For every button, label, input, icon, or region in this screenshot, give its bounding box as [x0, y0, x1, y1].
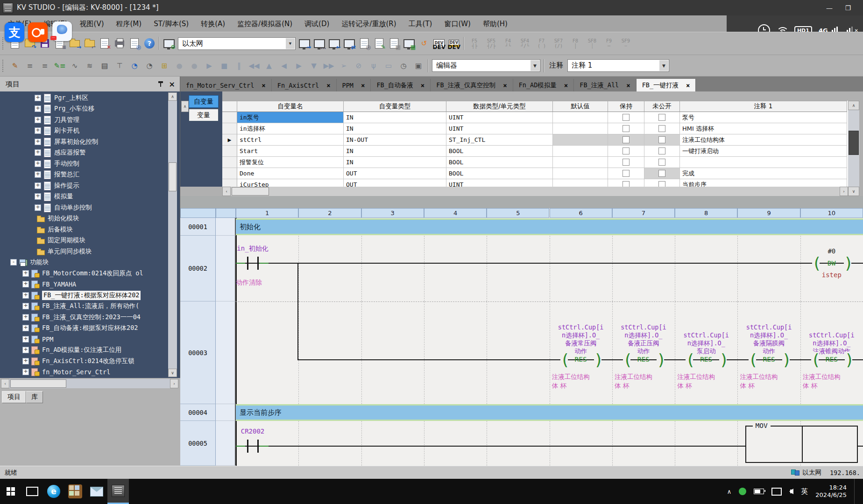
cell-type[interactable]: IN [344, 112, 446, 123]
close-tab-icon[interactable]: × [326, 82, 330, 89]
app-shortcut-icon[interactable]: ··· [52, 21, 72, 41]
expand-icon[interactable]: + [22, 369, 29, 375]
scroll-up-icon[interactable]: ∧ [168, 92, 177, 101]
tree-item-PPM[interactable]: +PPM [0, 334, 167, 345]
checkbox[interactable] [622, 159, 630, 166]
scroll-down-icon[interactable]: ∨ [168, 369, 177, 377]
app-grid-taskbar-icon[interactable] [64, 479, 86, 504]
cell-unpublish[interactable] [644, 123, 680, 134]
toolbar-pause[interactable]: ‖ [232, 59, 246, 73]
toolbar-dev-window-2[interactable]: DEVDEV [447, 36, 461, 50]
network-tray-icon[interactable] [771, 488, 782, 496]
toolbar-play[interactable]: ▶ [202, 59, 216, 73]
tree-item-功能块[interactable]: -功能块 [0, 257, 167, 268]
cell-data-type[interactable]: BOOL [446, 157, 553, 168]
expand-icon[interactable]: + [22, 270, 29, 277]
editor-tab-fn_Motor_Serv_Ctrl[interactable]: fn_Motor_Serv_Ctrl× [180, 79, 272, 91]
scroll-thumb[interactable] [10, 379, 66, 388]
toolbar-comment-edit[interactable]: ✎ [372, 36, 386, 50]
editor-tab-FB_自动备液[interactable]: FB_自动备液× [371, 79, 431, 91]
coil-op-res[interactable]: RES [819, 356, 845, 363]
tray-expand-icon[interactable]: ∧ [727, 488, 732, 495]
toolbar-edit-device-comment[interactable]: ✎≡ [53, 59, 67, 73]
cell-unpublish[interactable] [644, 134, 680, 146]
toolbar-step-up[interactable]: ▲ [262, 59, 276, 73]
cell-default[interactable] [553, 179, 608, 187]
checkbox[interactable] [622, 170, 630, 177]
scroll-up-icon[interactable]: ∧ [181, 101, 189, 112]
scroll-right-icon[interactable]: › [170, 379, 178, 388]
chevron-down-icon[interactable]: ▼ [659, 60, 668, 71]
cell-name[interactable]: Done [237, 168, 344, 179]
checkbox[interactable] [658, 136, 665, 143]
cell-default[interactable] [553, 112, 608, 123]
toolbar-fkey-F4[interactable]: F4┘└ [500, 36, 516, 51]
cell-name[interactable]: 报警复位 [237, 157, 344, 168]
menu-item-3[interactable]: 程序(M) [110, 18, 148, 30]
battery-icon[interactable] [754, 489, 764, 494]
expand-icon[interactable]: + [35, 95, 41, 101]
tree-item-感应器报警[interactable]: +感应器报警 [0, 147, 167, 159]
variable-table-hscrollbar[interactable]: ‹ › [222, 187, 848, 196]
expand-icon[interactable]: + [22, 347, 29, 353]
volume-icon[interactable] [789, 489, 793, 494]
tree-item-Pgr_上料区[interactable]: +Pgr_上料区 [0, 92, 167, 104]
toolbar-branch-tool[interactable]: ⊤ [113, 59, 127, 73]
row-marker[interactable] [222, 157, 237, 168]
expand-icon[interactable]: + [22, 303, 29, 309]
cell-keep[interactable] [608, 179, 644, 187]
expand-icon[interactable]: + [35, 117, 41, 123]
tree-item-固定周期模块[interactable]: 固定周期模块 [0, 235, 167, 246]
cell-unpublish[interactable] [644, 179, 680, 187]
cell-keep[interactable] [608, 112, 644, 123]
close-tab-icon[interactable]: × [262, 82, 265, 89]
start-button[interactable] [0, 479, 21, 504]
toolbar-script-book[interactable]: ▤ [98, 59, 112, 73]
toolbar-undo-transfer[interactable]: ↺ [417, 36, 431, 50]
tab-project[interactable]: 项目 [2, 391, 26, 403]
toolbar-help[interactable]: ? [142, 36, 156, 50]
coil-op-res[interactable]: RES [630, 356, 657, 363]
tree-item-单元间同步模块[interactable]: 单元间同步模块 [0, 246, 167, 257]
editor-mode-combobox[interactable]: 编辑器 ▼ [432, 59, 540, 72]
expand-icon[interactable]: + [35, 182, 41, 189]
menu-item-9[interactable]: 工具(T) [403, 18, 439, 30]
editor-tab-FB_注液_All[interactable]: FB_注液_All× [574, 79, 636, 91]
cell-data-type[interactable]: UINT [446, 112, 553, 123]
scroll-thumb[interactable] [232, 187, 269, 196]
toolbar-fkey-SF8[interactable]: SF8┆ [584, 36, 600, 51]
toolbar-fkey-F9[interactable]: F9─ [601, 36, 617, 51]
toolbar-stopwatch[interactable]: ◷ [396, 59, 410, 73]
menu-item-5[interactable]: 转换(A) [195, 18, 231, 30]
pin-icon[interactable] [158, 81, 163, 87]
toolbar-fkey-SF5[interactable]: SF5┤/├ [483, 36, 499, 51]
close-tab-icon[interactable]: × [361, 82, 365, 89]
toolbar-run-to-cursor[interactable]: ➢ [337, 59, 351, 73]
tree-item-模拟量[interactable]: +模拟量 [0, 191, 167, 203]
row-marker[interactable] [222, 123, 237, 134]
scroll-up-icon[interactable]: ∧ [848, 101, 859, 110]
tree-item-fn_Motor_Serv_Ctrl[interactable]: +fn_Motor_Serv_Ctrl [0, 367, 167, 378]
maximize-button[interactable]: ❐ [839, 2, 857, 14]
toolbar-unit-monitor[interactable]: ▦ [402, 36, 416, 50]
coil-op-res[interactable]: RES [756, 356, 782, 363]
cell-comment[interactable]: 完成 [680, 168, 847, 179]
toolbar-monitor-window[interactable]: ▭ [382, 59, 396, 73]
expand-icon[interactable]: + [35, 161, 41, 167]
project-tree-vscrollbar[interactable]: ∧ ∨ [168, 92, 177, 377]
ladder-row-number-00001[interactable]: 00001 [180, 218, 216, 236]
tree-item-Prg_小车位移[interactable]: +Prg_小车位移 [0, 104, 167, 115]
tree-item-FB_注液_All:流液后，所有动作([interactable]: +FB_注液_All:流液后，所有动作( [0, 301, 167, 312]
tree-item-自动单步控制[interactable]: +自动单步控制 [0, 202, 167, 213]
cell-comment[interactable]: 当前步序 [680, 179, 847, 187]
tree-item-FB_MotorComm:0214改回原点 ol[interactable]: +FB_MotorComm:0214改回原点 ol [0, 268, 167, 279]
cell-keep[interactable] [608, 123, 644, 134]
mov-instruction-box[interactable]: MOV [745, 426, 858, 463]
toolbar-fkey-SF4[interactable]: SF4┘/└ [517, 36, 533, 51]
cell-comment[interactable]: 泵号 [680, 112, 847, 123]
cell-unpublish[interactable] [644, 168, 680, 179]
tree-item-Fn_AD模拟量:仅注液工位用[interactable]: +Fn_AD模拟量:仅注液工位用 [0, 345, 167, 356]
menu-item-7[interactable]: 调试(D) [298, 18, 335, 30]
checkbox[interactable] [622, 136, 630, 143]
cell-name[interactable]: in选择杯 [237, 123, 344, 134]
